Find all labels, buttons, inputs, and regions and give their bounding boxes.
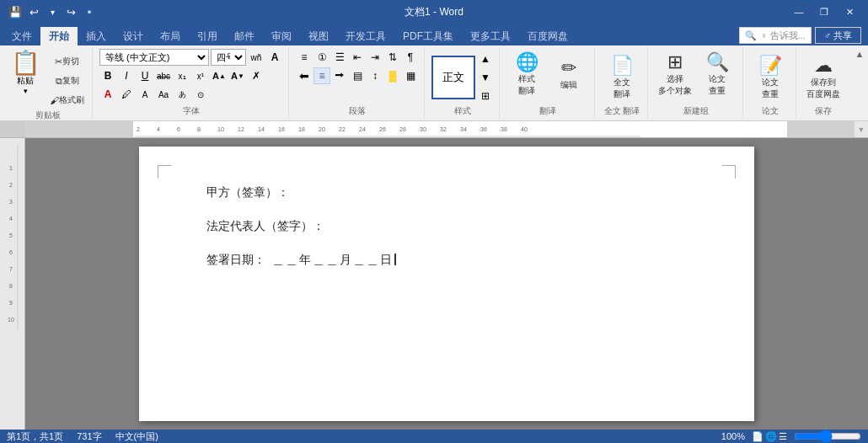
print-layout-btn[interactable]: 📄 <box>752 431 764 442</box>
justify-btn[interactable]: ▤ <box>349 67 366 84</box>
styles-scroll-down[interactable]: ▼ <box>477 69 494 86</box>
styles-expand[interactable]: ⊞ <box>477 88 494 104</box>
auto-save-indicator[interactable]: ● <box>81 3 98 20</box>
tab-design[interactable]: 设计 <box>115 27 152 45</box>
fulltext-translate-btn[interactable]: 📄 全文 翻译 <box>602 52 642 103</box>
case-btn[interactable]: Aa <box>155 86 172 103</box>
wn-btn[interactable]: wñ <box>248 49 265 66</box>
svg-text:2: 2 <box>137 126 140 132</box>
phonetic-btn[interactable]: あ <box>174 86 190 103</box>
zoom-level[interactable]: 100% <box>721 431 745 441</box>
svg-text:12: 12 <box>238 126 244 132</box>
font-size-select[interactable]: 四号 <box>211 49 246 66</box>
italic-btn[interactable]: I <box>118 67 135 84</box>
bold-btn[interactable]: B <box>99 67 116 84</box>
paper-check-btn[interactable]: 🔍 论文 查重 <box>697 49 737 99</box>
style-normal-item[interactable]: 正文 <box>431 56 475 99</box>
align-left-btn[interactable]: ⬅ <box>296 67 313 84</box>
ruler-toggle-btn[interactable]: ▼ <box>855 125 868 134</box>
bullet-list-btn[interactable]: ≡ <box>296 49 313 66</box>
format-painter-label: 格式刷 <box>59 94 84 106</box>
tab-layout[interactable]: 布局 <box>152 27 189 45</box>
svg-text:10: 10 <box>217 126 224 132</box>
share-button[interactable]: ♂ 共享 <box>815 27 861 44</box>
line-spacing-btn[interactable]: ↕ <box>367 67 383 84</box>
paper-thesis-label: 论文 查重 <box>762 77 779 100</box>
web-layout-btn[interactable]: 🌐 <box>765 431 777 442</box>
styles-scroll-up[interactable]: ▲ <box>477 51 494 67</box>
cut-button[interactable]: ✂ 剪切 <box>46 52 88 71</box>
paste-button[interactable]: 📋 粘贴 ▾ <box>7 49 44 98</box>
shading-btn[interactable]: ▓ <box>384 67 401 84</box>
outline-btn[interactable]: ☰ <box>779 431 787 442</box>
minimize-btn[interactable]: — <box>787 3 811 20</box>
subscript-btn[interactable]: x₁ <box>174 67 190 84</box>
tab-insert[interactable]: 插入 <box>78 27 115 45</box>
edit-btn[interactable]: ✏ 编辑 <box>549 49 589 99</box>
status-bar-right: 100% 📄 🌐 ☰ <box>721 431 861 442</box>
increase-indent-btn[interactable]: ⇥ <box>367 49 383 66</box>
paragraph-group: ≡ ① ☰ ⇤ ⇥ ⇅ ¶ ⬅ ≡ ⮕ ▤ ↕ ▓ ▦ 段落 <box>291 47 425 119</box>
char-shading-btn[interactable]: A <box>137 86 153 103</box>
clear-format-btn[interactable]: ✗ <box>248 67 265 84</box>
tab-more[interactable]: 更多工具 <box>462 27 519 45</box>
multilevel-list-btn[interactable]: ☰ <box>331 49 348 66</box>
text-highlight-btn[interactable]: 🖊 <box>118 86 135 103</box>
tab-mail[interactable]: 邮件 <box>226 27 263 45</box>
word-count: 731字 <box>77 430 101 443</box>
font-clear-btn[interactable]: A <box>266 49 283 66</box>
tab-review[interactable]: 审阅 <box>263 27 300 45</box>
format-painter-button[interactable]: 🖌 格式刷 <box>46 91 88 109</box>
translate-btn[interactable]: 🌐 样式 翻译 <box>506 49 547 99</box>
tab-developer[interactable]: 开发工具 <box>337 27 394 45</box>
strikethrough-btn[interactable]: abc <box>155 67 172 84</box>
sort-btn[interactable]: ⇅ <box>384 49 401 66</box>
tab-baidu[interactable]: 百度网盘 <box>519 27 576 45</box>
close-btn[interactable]: ✕ <box>838 3 861 20</box>
tab-references[interactable]: 引用 <box>189 27 226 45</box>
zoom-slider[interactable] <box>794 432 861 440</box>
select-multi-btn[interactable]: ⊞ 选择 多个对象 <box>655 49 695 99</box>
fulltext-btn-wrap: 📄 全文 翻译 <box>602 49 642 105</box>
enclosed-char-btn[interactable]: ⊙ <box>192 86 209 103</box>
quick-access-toolbar: 💾 ↩ ▾ ↪ ● <box>7 3 98 20</box>
page-content[interactable]: 甲方（签章）： 法定代表人（签字）： 签署日期： ＿＿年＿＿月＿＿日 <box>206 180 687 271</box>
translate-btns: 🌐 样式 翻译 ✏ 编辑 <box>506 49 589 105</box>
select-multi-icon: ⊞ <box>667 51 683 73</box>
tell-me-search[interactable]: 🔍 ♀ 告诉我... <box>739 27 811 44</box>
tab-home[interactable]: 开始 <box>40 27 78 45</box>
restore-btn[interactable]: ❐ <box>812 3 836 20</box>
redo-btn[interactable]: ↪ <box>62 3 79 20</box>
numbered-list-btn[interactable]: ① <box>313 49 330 66</box>
tab-file[interactable]: 文件 <box>3 27 40 45</box>
svg-text:4: 4 <box>9 216 13 222</box>
copy-icon: ⧉ <box>56 76 62 87</box>
doc-scroll-area[interactable]: 甲方（签章）： 法定代表人（签字）： 签署日期： ＿＿年＿＿月＿＿日 <box>25 138 868 430</box>
copy-button[interactable]: ⧉ 复制 <box>46 72 88 90</box>
ribbon-collapse-btn[interactable]: ▲ <box>853 47 866 61</box>
undo-btn[interactable]: ↩ <box>25 3 42 20</box>
view-btns: 📄 🌐 ☰ <box>752 431 787 442</box>
translate-group-label: 翻译 <box>506 105 589 117</box>
redo-dropdown[interactable]: ▾ <box>44 3 61 20</box>
save-baidu-btn[interactable]: ☁ 保存到 百度网盘 <box>803 52 844 103</box>
save-quick-btn[interactable]: 💾 <box>7 3 24 20</box>
decrease-indent-btn[interactable]: ⇤ <box>349 49 366 66</box>
styles-group: 正文 ▲ ▼ ⊞ 样式 <box>426 47 500 119</box>
font-name-select[interactable]: 等线 (中文正文) <box>99 49 209 66</box>
translate-icon: 🌐 <box>516 51 538 73</box>
font-size-increase-btn[interactable]: A▲ <box>211 67 228 84</box>
tab-view[interactable]: 视图 <box>300 27 337 45</box>
underline-btn[interactable]: U <box>137 67 153 84</box>
font-color-btn[interactable]: A <box>99 86 116 103</box>
align-right-btn[interactable]: ⮕ <box>331 67 348 84</box>
edit-icon: ✏ <box>561 57 576 79</box>
paste-dropdown[interactable]: ▾ <box>24 87 28 95</box>
tab-pdf[interactable]: PDF工具集 <box>394 27 462 45</box>
show-hide-btn[interactable]: ¶ <box>402 49 419 66</box>
superscript-btn[interactable]: x¹ <box>192 67 209 84</box>
font-size-decrease-btn[interactable]: A▼ <box>229 67 246 84</box>
paper-thesis-btn[interactable]: 📝 论文 查重 <box>750 52 790 103</box>
border-btn[interactable]: ▦ <box>402 67 419 84</box>
align-center-btn[interactable]: ≡ <box>313 67 330 84</box>
